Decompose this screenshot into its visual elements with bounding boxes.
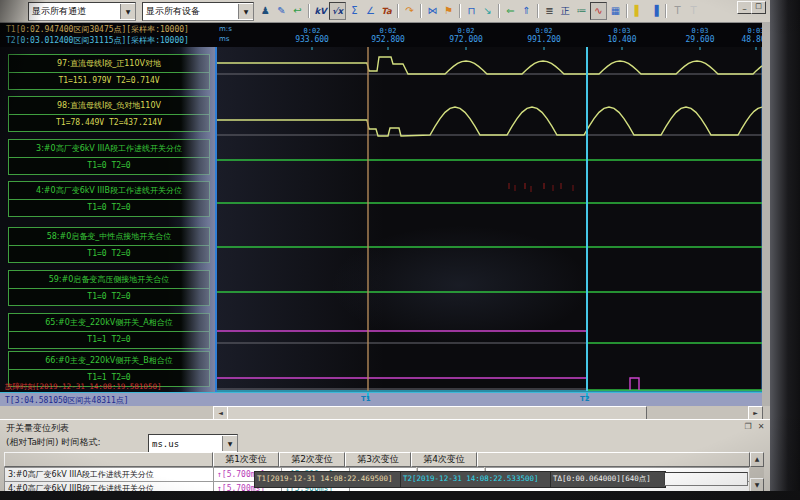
channel-box-58[interactable]: 58:#0启备变_中性点接地开关合位T1=0 T2=0 (8, 227, 210, 263)
channel-box-59[interactable]: 59:#0启备变高压侧接地开关合位T1=0 T2=0 (8, 270, 210, 306)
t1-tag-icon[interactable]: T (670, 3, 685, 19)
swap-arrow-icon[interactable]: ↘ (480, 3, 495, 19)
phase-angle-icon[interactable]: ∠ (363, 3, 378, 19)
maximize-button[interactable]: □ (751, 1, 766, 14)
jump-arrow-icon[interactable]: ↷ (402, 3, 417, 19)
waveform-canvas[interactable] (215, 47, 762, 392)
main-toolbar: 显示所有通道 ▼ 显示所有设备 ▼ ♟ ✎ ↩ kV √x Σ ∠ Ta ↷ ⋈… (0, 0, 770, 23)
channel-box-98[interactable]: 98:直流母线I段_负对地110VT1=78.449V T2=437.214V (8, 96, 210, 132)
time-format-value: ms.us (149, 439, 222, 449)
cursor-t1-label[interactable]: T1 (361, 395, 371, 403)
table-row-name[interactable]: 3:#0高厂变6kV IIIA段工作进线开关分位 (4, 467, 215, 482)
t2-tag-icon[interactable]: T (686, 3, 701, 19)
edit-pen-icon[interactable]: ✎ (274, 3, 289, 19)
channel-box-65[interactable]: 65:#0主变_220kV侧开关_A相合位T1=1 T2=0 (8, 313, 210, 349)
record-interval-text: T[3:04.581050区间共48311点] (5, 395, 129, 406)
reclose-pulse-ch66 (630, 378, 639, 390)
toolbar-separator (498, 4, 500, 18)
status-t2-time: T2[2019-12-31 14:08:22.533500] (400, 471, 552, 488)
scroll-up-button[interactable]: ▲ (750, 452, 764, 467)
monitor-bezel-bottom (0, 491, 800, 500)
toolbar-icons: ♟ ✎ ↩ kV √x Σ ∠ Ta ↷ ⋈ ⚑ ⊓ ↘ ⇐ ⇑ ≣ 正 ≔ ∿… (258, 2, 701, 20)
flag-icon[interactable]: ⚑ (441, 3, 456, 19)
digital-list-icon[interactable]: ≔ (574, 3, 589, 19)
horizontal-scrollbar[interactable]: ◄ ► (0, 406, 770, 419)
analog-trace-ch97 (216, 57, 762, 74)
breaker-trace-ch66 (216, 378, 587, 390)
channel-box-3[interactable]: 3:#0高厂变6kV IIIA段工作进线开关分位T1=0 T2=0 (8, 139, 210, 175)
toolbar-separator (459, 4, 461, 18)
waveform-plot[interactable] (215, 47, 762, 392)
chevron-down-icon[interactable]: ▼ (238, 4, 253, 19)
cursor-label-strip: T[3:04.581050区间共48311点] T1 T2 (0, 392, 762, 407)
float-panel-icon[interactable]: ❐ (742, 422, 754, 431)
t2-interval-summary: T2[0:03.012400区间31115点][采样率:10000] (6, 35, 189, 46)
analog-trace-ch98 (216, 107, 762, 136)
overlap-view-icon[interactable]: ⊓ (464, 3, 479, 19)
minimize-button[interactable]: _ (737, 1, 752, 14)
time-tick: 0:0310.400 (594, 27, 650, 44)
chevron-down-icon[interactable]: ▼ (120, 4, 135, 19)
blue-cursor-icon[interactable]: ▐ (647, 3, 662, 19)
time-format-label: (相对Ta时间) 时间格式: (6, 436, 100, 449)
table-header-filler (477, 452, 750, 467)
table-header-4[interactable]: 第4次变位 (411, 452, 477, 467)
table-header-2[interactable]: 第2次变位 (279, 452, 345, 467)
zheng-count-icon[interactable]: 正 (558, 3, 573, 19)
time-format-select[interactable]: ms.us ▼ (148, 434, 238, 453)
channel-filter-value: 显示所有通道 (29, 5, 120, 18)
bowtie-marker-icon[interactable]: ⋈ (425, 3, 440, 19)
axis-unit-minsec: m:s (219, 25, 232, 33)
grid-view-icon[interactable]: ▦ (608, 3, 623, 19)
analog-list-icon[interactable]: ≣ (542, 3, 557, 19)
panel-title: 开关量变位列表 (6, 422, 69, 435)
select-person-icon[interactable]: ♟ (258, 3, 273, 19)
toolbar-separator (397, 4, 399, 18)
channel-box-4[interactable]: 4:#0高厂变6kV IIIB段工作进线开关分位T1=0 T2=0 (8, 181, 210, 217)
toolbar-separator (308, 4, 310, 18)
time-tick: 0:0329.600 (672, 27, 728, 44)
table-vertical-scrollbar[interactable]: ▲ ▼ (750, 452, 764, 492)
app-window: 显示所有通道 ▼ 显示所有设备 ▼ ♟ ✎ ↩ kV √x Σ ∠ Ta ↷ ⋈… (0, 0, 770, 491)
monitor-bezel-right (770, 0, 800, 500)
channel-filter-select[interactable]: 显示所有通道 ▼ (28, 2, 136, 21)
table-header-1[interactable]: 第1次变位 (213, 452, 279, 467)
switch-change-panel: 开关量变位列表 ❐ ✕ (相对Ta时间) 时间格式: ms.us ▼ 第1次变位… (0, 419, 770, 492)
time-tick: 0:02933.600 (284, 27, 340, 44)
time-tick: 0:02991.200 (516, 27, 572, 44)
cursor-t2-label[interactable]: T2 (580, 395, 590, 403)
channel-list-panel: 97:直流母线I段_正110V对地T1=151.979V T2=0.714V 9… (0, 47, 215, 392)
close-panel-icon[interactable]: ✕ (755, 422, 767, 431)
status-delta-time: TΔ[0:00.064000][640点] (550, 471, 666, 488)
device-filter-value: 显示所有设备 (143, 5, 238, 18)
waveform-header: T1[0:02.947400区间30475点][采样率:10000] T2[0:… (0, 23, 770, 47)
fault-time-text: 故障时刻[2019-12-31 14:08:19.581050] (5, 382, 161, 392)
window-right-edge (762, 22, 770, 406)
chevron-down-icon[interactable]: ▼ (222, 436, 237, 451)
channel-box-97[interactable]: 97:直流母线I段_正110V对地T1=151.979V T2=0.714V (8, 54, 210, 90)
toolbar-separator (537, 4, 539, 18)
ta-time-icon[interactable]: Ta (379, 3, 394, 19)
breaker-trace-ch65 (216, 331, 587, 343)
axis-unit-ms: ms (219, 35, 229, 43)
time-tick: 0:02972.000 (438, 27, 494, 44)
kilovolt-icon[interactable]: kV (313, 3, 328, 19)
table-header-3[interactable]: 第3次变位 (345, 452, 411, 467)
t1-interval-summary: T1[0:02.947400区间30475点][采样率:10000] (6, 24, 189, 35)
table-corner-header (4, 452, 213, 467)
sum-sigma-icon[interactable]: Σ (347, 3, 362, 19)
sqrt-icon[interactable]: √x (329, 2, 346, 20)
waveform-view-icon[interactable]: ∿ (590, 2, 607, 20)
status-t1-time: T1[2019-12-31 14:08:22.469500] (254, 471, 402, 488)
prev-arrow-icon[interactable]: ⇐ (503, 3, 518, 19)
device-filter-select[interactable]: 显示所有设备 ▼ (142, 2, 254, 21)
yellow-cursor-icon[interactable]: ▌ (631, 3, 646, 19)
time-tick: 0:02952.800 (360, 27, 416, 44)
monitor-photo: 显示所有通道 ▼ 显示所有设备 ▼ ♟ ✎ ↩ kV √x Σ ∠ Ta ↷ ⋈… (0, 0, 800, 500)
toolbar-separator (665, 4, 667, 18)
status-input-field[interactable] (664, 472, 748, 486)
next-arrow-icon[interactable]: ⇑ (519, 3, 534, 19)
toolbar-separator (420, 4, 422, 18)
toolbar-separator (626, 4, 628, 18)
undo-arrow-icon[interactable]: ↩ (290, 3, 305, 19)
